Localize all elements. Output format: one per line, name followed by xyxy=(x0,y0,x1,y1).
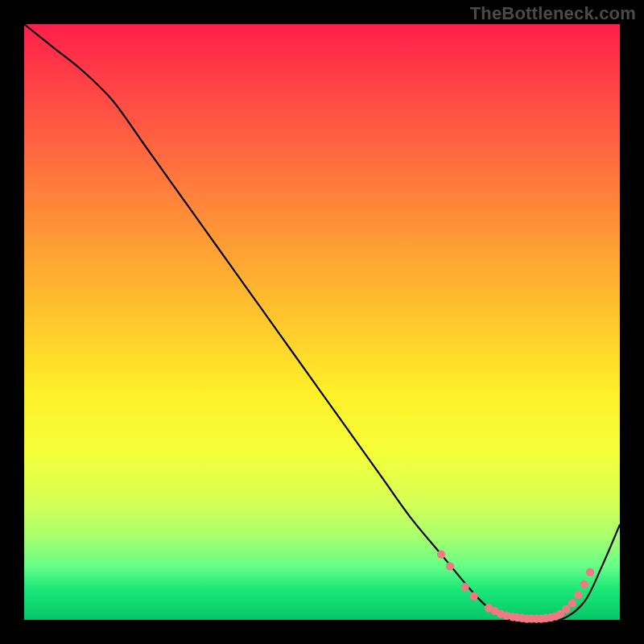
plot-area xyxy=(24,24,620,620)
chart-frame: TheBottleneck.com xyxy=(0,0,644,644)
curve-marker xyxy=(446,562,454,570)
curve-marker xyxy=(562,605,570,613)
curve-marker xyxy=(574,591,582,599)
curve-marker xyxy=(580,580,588,588)
curve-marker xyxy=(460,583,469,591)
bottleneck-curve-path xyxy=(24,24,620,621)
curve-markers xyxy=(437,550,594,622)
curve-marker xyxy=(568,599,576,607)
chart-svg xyxy=(24,24,620,620)
curve-marker xyxy=(586,568,594,576)
watermark-text: TheBottleneck.com xyxy=(470,3,636,24)
curve-marker xyxy=(470,592,478,600)
curve-marker xyxy=(437,550,445,558)
